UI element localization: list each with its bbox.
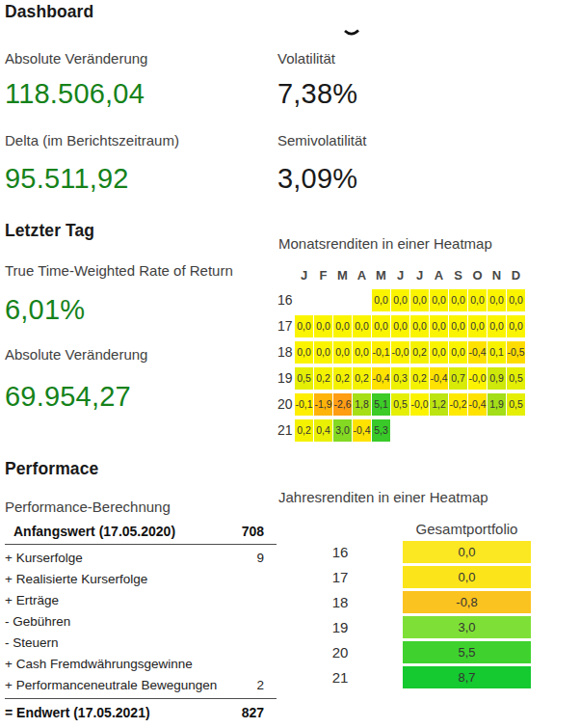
kpi-ttwror-label: True Time-Weighted Rate of Return: [5, 263, 233, 279]
heatmap-year-label: 21: [277, 666, 403, 688]
heatmap-cell: 0,0: [449, 289, 467, 311]
month-column-label: D: [507, 268, 525, 283]
heatmap-cell: 0,0: [372, 289, 390, 311]
heatmap-cell: 0,0: [488, 315, 506, 337]
kpi-ttwror-value: 6,01%: [5, 295, 85, 325]
heatmap-cell: -0,8: [403, 591, 531, 613]
heatmap-cell: 0,5: [507, 393, 525, 416]
month-column-label: F: [314, 268, 332, 283]
heatmap-cell: 0,0: [314, 315, 332, 337]
performance-table-row: + Erträge: [5, 590, 277, 611]
heatmap-row: 18-0,8: [277, 591, 533, 613]
heatmap-year-label: 16: [277, 541, 403, 563]
performance-row-value: 827: [242, 702, 277, 723]
heatmap-cell: 0,2: [295, 419, 313, 442]
heatmap-cell: 3,0: [403, 616, 531, 638]
heatmap-cell: 0,2: [314, 367, 332, 390]
heatmap-cell: 8,7: [403, 666, 531, 688]
performance-table-row: Anfangswert (17.05.2020)708: [5, 521, 277, 542]
heatmap-cell: 0,0: [353, 315, 371, 337]
heatmap-cell: 0,7: [449, 367, 467, 390]
month-column-label: J: [391, 268, 409, 283]
heatmap-cell: -0,5: [507, 341, 525, 364]
heatmap-row: 190,50,20,20,2-0,40,30,2-0,40,7-0,00,90,…: [277, 367, 578, 390]
monthly-heatmap-header-row: JFMAMJJASOND: [295, 268, 578, 283]
performance-row-label: + Cash Fremdwährungsgewinne: [5, 654, 193, 675]
heatmap-cell: -0,4: [430, 367, 448, 390]
heatmap-row: 205,5: [277, 641, 533, 663]
performance-row-value: [264, 633, 277, 654]
heatmap-cell: -0,2: [449, 393, 467, 416]
kpi-abs-change-value: 118.506,04: [5, 79, 145, 109]
heatmap-cell: 0,0: [403, 566, 531, 588]
heatmap-cell: -0,4: [468, 341, 487, 364]
heatmap-year-label: 17: [277, 566, 403, 588]
dashboard-screen: Dashboard Absolute Veränderung 118.506,0…: [0, 0, 580, 728]
heatmap-cell: 0,5: [391, 393, 409, 416]
heatmap-cell: 0,0: [372, 315, 390, 337]
heatmap-cell: -0,0: [391, 341, 409, 364]
performance-row-value: [264, 590, 277, 611]
heatmap-cell: 0,2: [410, 341, 429, 364]
performance-row-value: 9: [256, 548, 277, 569]
heatmap-cell: 0,9: [488, 367, 506, 390]
heatmap-row: 193,0: [277, 616, 533, 638]
performance-table-row: + Kurserfolge9: [5, 548, 277, 569]
table-rule: [5, 544, 277, 545]
performance-row-label: + Realisierte Kurserfolge: [5, 569, 147, 590]
heatmap-cell: 0,5: [295, 367, 313, 390]
heatmap-year-label: 21: [277, 419, 294, 442]
heatmap-cell: 0,0: [507, 289, 525, 311]
heatmap-cell: 0,0: [333, 341, 352, 364]
heatmap-year-label: 18: [277, 341, 294, 364]
section-title-letzter-tag: Letzter Tag: [5, 221, 94, 241]
heatmap-cell: -1,9: [314, 393, 332, 416]
heatmap-cell: -0,4: [468, 393, 487, 416]
performance-row-value: [264, 654, 277, 675]
heatmap-cell: -2,6: [333, 393, 352, 416]
heatmap-cell: -0,1: [295, 393, 313, 416]
heatmap-cell: 0,0: [314, 341, 332, 364]
heatmap-cell: 0,0: [353, 341, 371, 364]
heatmap-cell: 0,0: [449, 341, 467, 364]
heatmap-cell: 0,0: [410, 315, 429, 337]
performance-row-value: [264, 611, 277, 633]
heatmap-row: 180,00,00,00,0-0,1-0,00,20,00,0-0,40,1-0…: [277, 341, 578, 364]
heatmap-year-label: 19: [277, 616, 403, 638]
heatmap-cell: 0,3: [391, 367, 409, 390]
heatmap-cell: -0,4: [353, 419, 371, 442]
yearly-heatmap-column-header: Gesamtportfolio: [403, 521, 531, 537]
heatmap-cell: 0,0: [295, 315, 313, 337]
performance-row-label: = Endwert (17.05.2021): [5, 702, 150, 723]
performance-row-label: + Erträge: [5, 590, 59, 611]
heatmap-cell: 5,3: [372, 419, 390, 442]
heatmap-cell: 0,0: [391, 289, 409, 311]
heatmap-cell: 1,9: [488, 393, 506, 416]
performance-table-row: + Performanceneutrale Bewegungen2: [5, 675, 277, 696]
heatmap-year-label: 20: [277, 641, 403, 663]
heatmap-cell: 0,0: [410, 289, 429, 311]
heatmap-cell: 0,0: [333, 315, 352, 337]
performance-table-row: = Endwert (17.05.2021)827: [5, 702, 277, 723]
kpi-volatility-label: Volatilität: [277, 51, 335, 67]
heatmap-year-label: 19: [277, 367, 294, 390]
performance-table-row: + Realisierte Kurserfolge: [5, 569, 277, 590]
heatmap-cell: 0,2: [353, 367, 371, 390]
performance-table-subtitle: Performance-Berechnung: [5, 499, 171, 515]
performance-table-row: - Gebühren: [5, 611, 277, 633]
heatmap-cell: 0,0: [468, 289, 487, 311]
yearly-heatmap-grid: 160,0170,018-0,8193,0205,5218,7: [277, 541, 533, 691]
heatmap-row: 210,20,43,0-0,45,3: [277, 419, 578, 442]
heatmap-row: 170,00,00,00,00,00,00,00,00,00,00,00,0: [277, 315, 578, 337]
yearly-heatmap-title: Jahresrenditen in einer Heatmap: [278, 490, 488, 505]
monthly-heatmap-title: Monatsrenditen in einer Heatmap: [278, 236, 492, 252]
performance-table-row: + Cash Fremdwährungsgewinne: [5, 654, 277, 675]
month-column-label: A: [430, 268, 448, 283]
performance-table-row: - Steuern: [5, 633, 277, 654]
heatmap-cell: 0,1: [488, 341, 506, 364]
heatmap-cell: 0,2: [333, 367, 352, 390]
heatmap-cell: 0,4: [314, 419, 332, 442]
heatmap-row: 20-0,1-1,9-2,61,85,10,5-0,01,2-0,2-0,41,…: [277, 393, 578, 416]
kpi-delta-label: Delta (im Berichtszeitraum): [5, 133, 179, 148]
heatmap-row: 160,0: [277, 541, 533, 563]
